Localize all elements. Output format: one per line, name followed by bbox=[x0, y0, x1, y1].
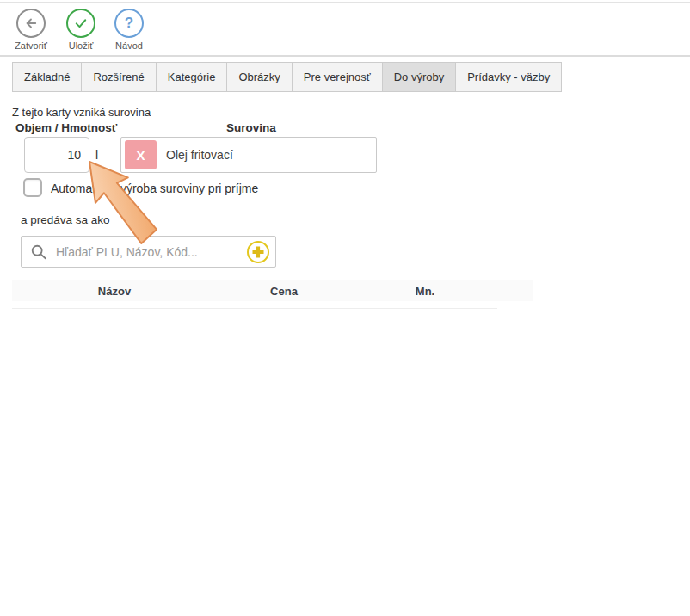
auto-production-label: Automatická výroba suroviny pri príjme bbox=[51, 182, 258, 195]
product-edit-window: Zatvoriť Uložiť ? Návod Základné Rozšíre… bbox=[0, 0, 690, 616]
volume-label: Objem / Hmotnosť bbox=[15, 121, 117, 134]
search-box bbox=[21, 236, 276, 268]
tab-kategorie[interactable]: Kategórie bbox=[156, 62, 228, 92]
tab-zakladne[interactable]: Základné bbox=[12, 62, 82, 92]
surovina-label: Surovina bbox=[226, 121, 276, 134]
add-item-button[interactable] bbox=[246, 240, 270, 264]
intro-text: Z tejto karty vzniká surovina bbox=[12, 106, 151, 119]
auto-production-checkbox[interactable] bbox=[23, 178, 42, 197]
search-icon bbox=[30, 243, 47, 261]
table-header-cena: Cena bbox=[217, 285, 351, 298]
table-header-row: Názov Cena Mn. bbox=[12, 280, 533, 301]
volume-input[interactable] bbox=[24, 137, 89, 173]
volume-unit: l bbox=[95, 148, 98, 162]
toolbar-divider bbox=[0, 55, 690, 57]
table-header-nazov: Názov bbox=[12, 285, 217, 298]
help-button[interactable]: ? Návod bbox=[105, 9, 153, 51]
close-button[interactable]: Zatvoriť bbox=[7, 9, 55, 51]
tab-rozsirene[interactable]: Rozšírené bbox=[81, 62, 156, 92]
table-header-mn: Mn. bbox=[351, 285, 499, 298]
tab-bar: Základné Rozšírené Kategórie Obrázky Pre… bbox=[12, 62, 562, 92]
search-input[interactable] bbox=[47, 239, 246, 265]
surovina-field[interactable]: X Olej fritovací bbox=[120, 137, 377, 173]
close-button-label: Zatvoriť bbox=[15, 40, 47, 51]
tab-pre-verejnost[interactable]: Pre verejnosť bbox=[292, 62, 383, 92]
question-icon: ? bbox=[114, 9, 144, 38]
plus-icon bbox=[246, 240, 270, 264]
tab-do-vyroby[interactable]: Do výroby bbox=[382, 62, 457, 92]
help-button-label: Návod bbox=[115, 40, 143, 51]
tab-obrazky[interactable]: Obrázky bbox=[226, 62, 292, 92]
save-button[interactable]: Uložiť bbox=[57, 9, 105, 51]
back-arrow-icon bbox=[16, 9, 46, 38]
check-icon bbox=[66, 9, 95, 38]
window-top-border bbox=[0, 2, 690, 3]
tab-pridavky-vazby[interactable]: Prídavky - väzby bbox=[455, 62, 562, 92]
sells-as-text: a predáva sa ako bbox=[21, 213, 110, 226]
save-button-label: Uložiť bbox=[69, 40, 94, 51]
surovina-value: Olej fritovací bbox=[166, 148, 233, 162]
remove-surovina-button[interactable]: X bbox=[125, 140, 157, 169]
table-empty-row bbox=[12, 301, 497, 309]
